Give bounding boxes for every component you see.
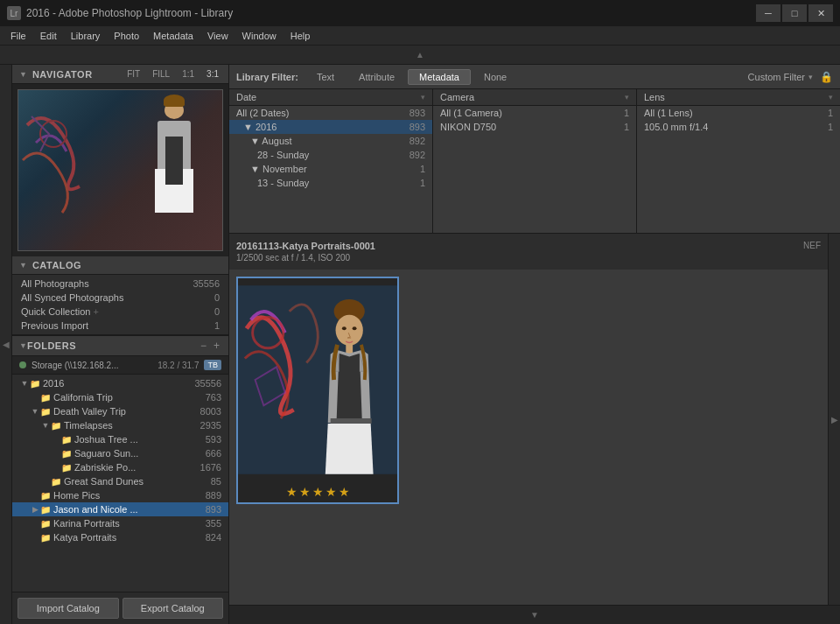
catalog-quick-collection[interactable]: Quick Collection + 0 [12, 305, 228, 319]
folder-timelapses[interactable]: ▼ 📁 Timelapses 2935 [12, 418, 228, 432]
folder-katya[interactable]: 📁 Katya Portraits 824 [12, 530, 228, 544]
close-button[interactable]: ✕ [808, 4, 833, 22]
meta-camera-all[interactable]: All (1 Camera) 1 [433, 106, 636, 120]
meta-lens-all[interactable]: All (1 Lens) 1 [637, 106, 840, 120]
nav-1to1[interactable]: 1:1 [179, 68, 197, 80]
meta-date-august[interactable]: ▼ August 892 [229, 134, 432, 148]
folder-remove-btn[interactable]: − [199, 340, 208, 352]
nav-shirt [165, 137, 183, 185]
menu-view[interactable]: View [200, 29, 235, 43]
folder-zabriskie-icon: 📁 [61, 463, 72, 473]
star-3: ★ [312, 485, 324, 499]
folder-add-btn[interactable]: + [212, 340, 221, 352]
title-bar: Lr 2016 - Adobe Photoshop Lightroom - Li… [0, 0, 840, 26]
filter-tab-metadata[interactable]: Metadata [408, 69, 471, 85]
menu-help[interactable]: Help [284, 29, 318, 43]
maximize-button[interactable]: □ [782, 4, 807, 22]
folder-katya-icon: 📁 [40, 533, 51, 543]
folder-2016[interactable]: ▼ 📁 2016 35556 [12, 376, 228, 390]
folder-joshua[interactable]: 📁 Joshua Tree ... 593 [12, 432, 228, 446]
nav-fill[interactable]: FILL [150, 68, 172, 80]
catalog-synced-label: All Synced Photographs [21, 292, 214, 303]
folder-california[interactable]: 📁 California Trip 763 [12, 390, 228, 404]
menu-library[interactable]: Library [64, 29, 108, 43]
folder-great-sand[interactable]: 📁 Great Sand Dunes 85 [12, 474, 228, 488]
export-catalog-button[interactable]: Export Catalog [122, 598, 224, 619]
folder-zabriskie[interactable]: 📁 Zabriskie Po... 1676 [12, 460, 228, 474]
meta-camera-nikon-label: NIKON D750 [440, 122, 624, 132]
nav-3to1[interactable]: 3:1 [204, 68, 221, 80]
meta-date-november[interactable]: ▼ November 1 [229, 162, 432, 176]
meta-camera-all-count: 1 [624, 108, 629, 118]
filter-lock-icon[interactable]: 🔒 [820, 71, 833, 83]
custom-filter[interactable]: Custom Filter ▾ [748, 72, 813, 82]
catalog-header[interactable]: ▼ Catalog [12, 256, 228, 275]
right-panel-collapse[interactable]: ▶ [828, 234, 840, 605]
meta-date-all-label: All (2 Dates) [236, 108, 410, 118]
nav-fit[interactable]: FIT [124, 68, 143, 80]
filter-tab-text[interactable]: Text [305, 69, 346, 85]
meta-date-all[interactable]: All (2 Dates) 893 [229, 106, 432, 120]
meta-lens-all-label: All (1 Lens) [644, 108, 828, 118]
filter-tab-attribute[interactable]: Attribute [347, 69, 406, 85]
meta-col-date-header[interactable]: Date ▾ [229, 89, 432, 106]
catalog-all-photos[interactable]: All Photographs 35556 [12, 277, 228, 291]
navigator-title: Navigator [32, 69, 119, 80]
catalog-synced-photos[interactable]: All Synced Photographs 0 [12, 291, 228, 305]
folder-karina-icon: 📁 [40, 519, 51, 529]
navigator-preview [12, 84, 228, 256]
folder-california-name: California Trip [53, 392, 206, 403]
meta-col-camera-arrow: ▾ [625, 93, 629, 102]
catalog-prev-label: Previous Import [21, 320, 214, 331]
folder-jason-nicole[interactable]: ▶ 📁 Jason and Nicole ... 893 [12, 502, 228, 516]
menu-file[interactable]: File [4, 29, 33, 43]
menu-window[interactable]: Window [235, 29, 284, 43]
catalog-synced-count: 0 [214, 292, 220, 303]
star-2: ★ [299, 485, 311, 499]
folder-saguaro-name: Saguaro Sun... [74, 448, 206, 459]
content-split: Date ▾ All (2 Dates) 893 ▼ 2016 89 [229, 89, 840, 605]
meta-date-2016[interactable]: ▼ 2016 893 [229, 120, 432, 134]
left-panel-collapse[interactable]: ◀ [0, 65, 12, 624]
nav-hair [164, 95, 185, 107]
custom-filter-arrow: ▾ [808, 73, 813, 81]
catalog-quick-count: 0 [214, 306, 220, 317]
folder-controls: − + [199, 340, 221, 352]
menu-photo[interactable]: Photo [107, 29, 146, 43]
meta-date-rows: All (2 Dates) 893 ▼ 2016 893 ▼ August [229, 106, 432, 233]
meta-date-28-label: 28 - Sunday [257, 150, 410, 160]
folder-great-sand-count: 85 [211, 476, 228, 487]
meta-date-13-sunday[interactable]: 13 - Sunday 1 [229, 176, 432, 190]
minimize-button[interactable]: ─ [756, 4, 780, 22]
meta-col-camera-header[interactable]: Camera ▾ [433, 89, 636, 106]
catalog-all-photos-label: All Photographs [21, 278, 192, 289]
meta-date-28-sunday[interactable]: 28 - Sunday 892 [229, 148, 432, 162]
metadata-columns: Date ▾ All (2 Dates) 893 ▼ 2016 89 [229, 89, 840, 234]
folder-home-pics-icon: 📁 [40, 491, 51, 501]
folder-home-pics[interactable]: 📁 Home Pics 889 [12, 488, 228, 502]
image-format: NEF [803, 241, 821, 250]
menu-edit[interactable]: Edit [33, 29, 64, 43]
meta-col-lens-header[interactable]: Lens ▾ [637, 89, 840, 106]
meta-col-lens: Lens ▾ All (1 Lens) 1 105.0 mm f/1.4 1 [637, 89, 840, 233]
nav-person-figure [148, 95, 200, 213]
svg-rect-2 [238, 285, 397, 473]
folder-karina[interactable]: 📁 Karina Portraits 355 [12, 516, 228, 530]
meta-date-august-count: 892 [410, 136, 425, 146]
meta-lens-105[interactable]: 105.0 mm f/1.4 1 [637, 120, 840, 134]
photo-cell-1[interactable]: ★ ★ ★ ★ ★ [236, 277, 399, 504]
import-catalog-button[interactable]: Import Catalog [18, 598, 119, 619]
meta-col-camera-label: Camera [440, 92, 474, 102]
folder-death-valley[interactable]: ▼ 📁 Death Valley Trip 8003 [12, 404, 228, 418]
folder-saguaro[interactable]: 📁 Saguaro Sun... 666 [12, 446, 228, 460]
svg-rect-10 [331, 418, 372, 424]
menu-metadata[interactable]: Metadata [146, 29, 200, 43]
folder-joshua-name: Joshua Tree ... [74, 434, 206, 445]
meta-camera-nikon[interactable]: NIKON D750 1 [433, 120, 636, 134]
folder-2016-arrow: ▼ [19, 379, 30, 388]
filter-tab-none[interactable]: None [472, 69, 518, 85]
catalog-previous-import[interactable]: Previous Import 1 [12, 319, 228, 333]
meta-date-2016-label: ▼ 2016 [243, 122, 410, 132]
navigator-header[interactable]: ▼ Navigator FIT FILL 1:1 3:1 [12, 65, 228, 84]
folder-home-pics-name: Home Pics [53, 490, 206, 501]
